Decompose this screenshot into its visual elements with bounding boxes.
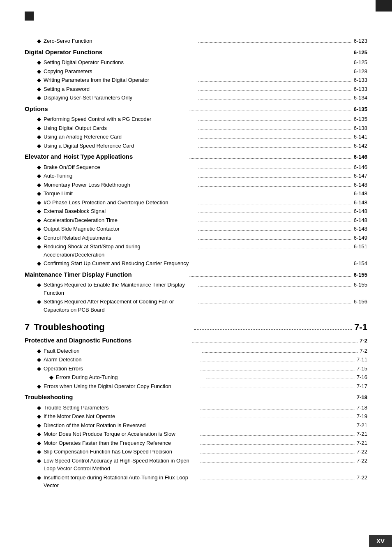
section-header-text: Options	[25, 104, 187, 114]
section-header-text: Digital Operator Functions	[25, 48, 187, 57]
section-page: 7-18	[357, 393, 367, 402]
section-header-text: Maintenance Timer Display Function	[25, 270, 187, 280]
toc-page-number: 6-148	[354, 190, 367, 198]
bullet-icon: ◆	[37, 37, 41, 45]
toc-page-number: 6-123	[354, 37, 367, 45]
toc-list-item: ◆ Errors During Auto-Tuning 7-16	[49, 373, 367, 382]
toc-list-item: ◆ Motor Operates Faster than the Frequen…	[37, 439, 367, 447]
toc-dots	[200, 435, 355, 436]
toc-page-number: 7-21	[357, 421, 367, 430]
toc-page-number: 6-135	[354, 115, 367, 123]
toc-item-text: Errors During Auto-Tuning	[56, 373, 205, 382]
section-header-text: Elevator and Hoist Type Applications	[25, 152, 187, 162]
toc-list-item: ◆ Fault Detection 7-2	[37, 347, 367, 355]
bullet-icon: ◆	[37, 115, 41, 123]
bullet-icon: ◆	[37, 259, 41, 268]
toc-dots	[198, 222, 352, 222]
toc-dots	[198, 303, 352, 303]
toc-page-number: 6-149	[354, 234, 367, 242]
toc-dots	[198, 248, 352, 248]
toc-item-text: Displaying User-Set Parameters Only	[44, 94, 197, 102]
toc-dots	[198, 265, 352, 265]
toc-list-item: ◆ Motor Does Not Produce Torque or Accel…	[37, 430, 367, 438]
section-page: 6-155	[354, 271, 367, 279]
toc-page-number: 6-148	[354, 181, 367, 189]
toc-dots	[200, 370, 355, 370]
toc-dots	[198, 130, 352, 130]
bullet-icon: ◆	[37, 85, 41, 93]
bullet-icon: ◆	[37, 298, 41, 306]
toc-item-text: Using an Analog Reference Card	[44, 133, 197, 141]
bullet-icon: ◆	[37, 421, 41, 430]
bullet-icon: ◆	[37, 382, 41, 391]
bullet-icon: ◆	[37, 448, 41, 456]
bullet-icon: ◆	[37, 281, 41, 289]
toc-item-text: I/O Phase Loss Protection and Overtorque…	[44, 199, 197, 207]
toc-list-item: ◆ Setting a Password 6-133	[37, 85, 367, 93]
toc-item-text: Insufficient torque during Rotational Au…	[44, 474, 198, 490]
toc-item-text: Control Related Adjustments	[44, 234, 197, 242]
toc-item-text: Setting Digital Operator Functions	[44, 58, 197, 67]
bullet-icon: ◆	[37, 347, 41, 355]
toc-dots	[198, 64, 352, 64]
bullet-icon: ◆	[37, 142, 41, 150]
toc-dots	[198, 177, 352, 178]
toc-item-text: Output Side Magnetic Contactor	[44, 225, 197, 233]
toc-list-item: ◆ Torque Limit 6-148	[37, 190, 367, 198]
toc-page-number: 6-148	[354, 207, 367, 215]
bullet-icon: ◆	[37, 474, 41, 482]
section-header-text: Protective and Diagnostic Functions	[25, 336, 191, 345]
toc-item-text: Setting a Password	[44, 85, 197, 93]
toc-dots	[198, 147, 352, 148]
toc-item-text: Fault Detection	[44, 347, 200, 355]
toc-page-number: 7-22	[357, 448, 367, 456]
toc-dots	[198, 42, 352, 43]
toc-item-text: Confirming Start Up Current and Reducing…	[44, 259, 197, 268]
toc-dots	[200, 479, 355, 479]
toc-dots	[200, 409, 355, 409]
section-dots	[189, 54, 352, 54]
toc-item-text: Motor Operates Faster than the Frequency…	[44, 439, 198, 447]
toc-page-number: 6-156	[354, 298, 367, 306]
toc-item-text: Momentary Power Loss Ridethrough	[44, 181, 197, 189]
toc-page-number: 7-15	[357, 365, 367, 373]
toc-dots	[200, 453, 355, 453]
toc-page-number: 6-148	[354, 199, 367, 207]
toc-list-item: ◆ Writing Parameters from the Digital Op…	[37, 76, 367, 84]
toc-page-number: 7-19	[357, 412, 367, 421]
toc-dots	[200, 462, 355, 462]
toc-list-item: ◆ Direction of the Motor Rotation is Rev…	[37, 421, 367, 430]
section-dots	[189, 158, 352, 159]
toc-list-item: ◆ Using a Digital Speed Reference Card 6…	[37, 142, 367, 150]
toc-item-text: Errors when Using the Digital Operator C…	[44, 382, 198, 391]
toc-list-item: ◆ Low Speed Control Accuracy at High-Spe…	[37, 457, 367, 473]
bullet-icon: ◆	[37, 430, 41, 438]
toc-item-text: Slip Compensation Function has Low Speed…	[44, 448, 198, 456]
page-container: ◆ Zero-Servo Function 6-123 Digital Oper…	[0, 0, 392, 555]
bullet-icon: ◆	[37, 243, 41, 251]
toc-page-number: 7-18	[357, 404, 367, 412]
chapter-dots	[194, 329, 352, 330]
section-header-entry: Protective and Diagnostic Functions 7-2	[25, 336, 367, 345]
toc-item-text: Auto-Tuning	[44, 172, 197, 180]
section-page: 6-146	[354, 153, 367, 161]
toc-list-item: ◆ Control Related Adjustments 6-149	[37, 234, 367, 242]
toc-item-text: Acceleration/Deceleration Time	[44, 216, 197, 224]
toc-item-text: Writing Parameters from the Digital Oper…	[44, 76, 197, 84]
toc-page-number: 6-133	[354, 76, 367, 84]
toc-list-item: ◆ Momentary Power Loss Ridethrough 6-148	[37, 181, 367, 189]
toc-list-item: ◆ Slip Compensation Function has Low Spe…	[37, 448, 367, 456]
section-dots	[189, 111, 352, 111]
toc-dots	[198, 239, 352, 240]
chapter-page: 7-1	[354, 322, 367, 333]
toc-dots	[198, 73, 352, 73]
bullet-icon: ◆	[37, 190, 41, 198]
page-number: XV	[369, 535, 392, 547]
toc-item-text: Torque Limit	[44, 190, 197, 198]
toc-list-item: ◆ Displaying User-Set Parameters Only 6-…	[37, 94, 367, 102]
toc-dots	[198, 195, 352, 195]
toc-item-text: Brake On/Off Sequence	[44, 163, 197, 171]
toc-item-text: Copying Parameters	[44, 67, 197, 76]
top-left-decoration	[25, 12, 34, 21]
section-header-entry: Digital Operator Functions 6-125	[25, 48, 367, 57]
